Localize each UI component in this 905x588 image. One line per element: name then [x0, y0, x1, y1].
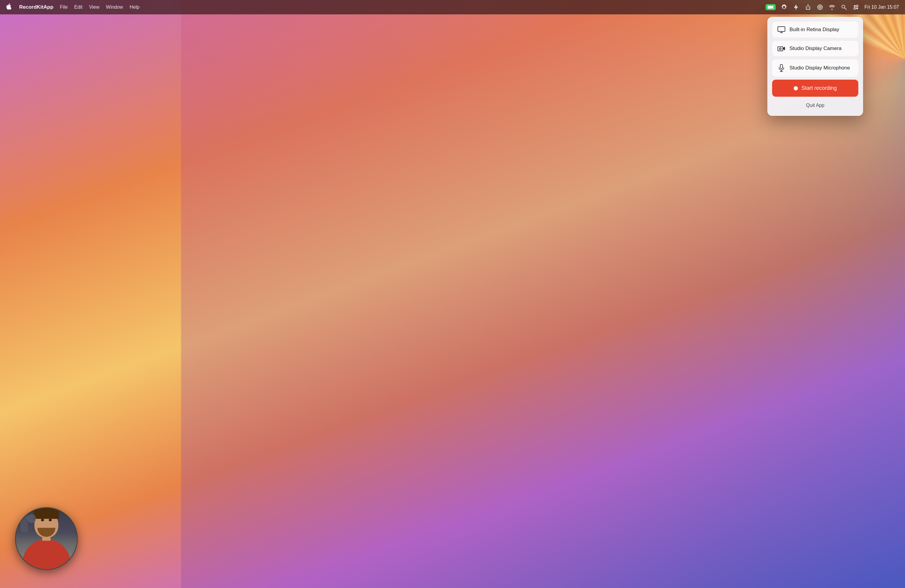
svg-point-9	[856, 5, 858, 7]
menu-edit[interactable]: Edit	[74, 5, 83, 10]
panel-item-studio-microphone[interactable]: Studio Display Microphone	[772, 59, 858, 77]
svg-point-16	[780, 48, 781, 50]
svg-marker-15	[783, 47, 785, 50]
share-icon[interactable]	[805, 3, 811, 11]
record-dot-icon	[794, 86, 798, 91]
start-recording-button[interactable]: Start recording	[772, 79, 858, 97]
monitor-icon	[778, 26, 785, 33]
svg-rect-11	[778, 27, 785, 32]
gear-icon[interactable]	[781, 3, 788, 11]
lightning-icon[interactable]	[792, 3, 800, 11]
panel-item-studio-camera[interactable]: Studio Display Camera	[772, 41, 858, 56]
svg-point-8	[856, 8, 858, 9]
menubar-datetime: Fri 10 Jan 15:07	[864, 5, 899, 10]
app-name[interactable]: RecordKitApp	[19, 4, 53, 10]
svg-point-10	[854, 8, 856, 9]
microphone-icon	[778, 64, 785, 72]
wifi-icon[interactable]	[829, 3, 835, 11]
popup-panel: Built-in Retina Display Studio Display C…	[767, 17, 863, 116]
start-recording-label: Start recording	[802, 85, 837, 91]
studio-microphone-label: Studio Display Microphone	[789, 65, 850, 71]
studio-camera-label: Studio Display Camera	[789, 46, 841, 51]
webcam-feed	[16, 508, 77, 569]
svg-point-4	[820, 7, 821, 8]
svg-rect-17	[780, 64, 783, 68]
svg-line-6	[845, 8, 846, 10]
menu-view[interactable]: View	[89, 5, 99, 10]
svg-marker-1	[772, 5, 773, 9]
panel-item-built-in-display[interactable]: Built-in Retina Display	[772, 22, 858, 38]
svg-rect-14	[778, 47, 783, 51]
menu-file[interactable]: File	[60, 5, 68, 10]
quit-app-button[interactable]: Quit App	[772, 100, 858, 111]
menu-help[interactable]: Help	[130, 5, 140, 10]
menu-window[interactable]: Window	[106, 5, 123, 10]
camera-icon	[778, 46, 785, 51]
svg-rect-0	[768, 6, 772, 9]
radar-icon[interactable]	[816, 3, 824, 11]
camera-active-icon[interactable]	[765, 4, 776, 10]
menubar-right: Fri 10 Jan 15:07	[765, 3, 899, 11]
apple-logo-icon[interactable]	[6, 3, 11, 11]
built-in-display-label: Built-in Retina Display	[789, 27, 839, 33]
webcam-overlay	[15, 507, 78, 570]
menubar-left: RecordKitApp File Edit View Window Help	[6, 3, 140, 11]
control-center-icon[interactable]	[852, 3, 859, 11]
svg-point-7	[854, 5, 856, 7]
menubar: RecordKitApp File Edit View Window Help	[0, 0, 905, 14]
search-icon[interactable]	[840, 3, 848, 11]
